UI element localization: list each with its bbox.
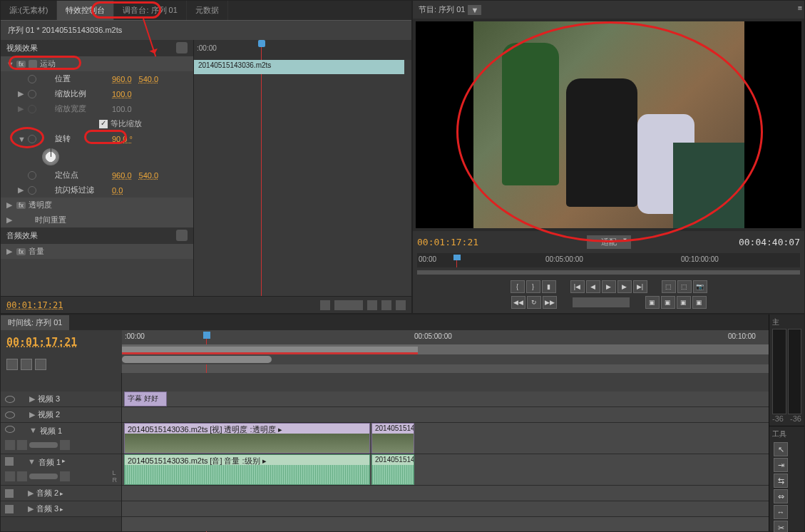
output-button[interactable]: ▣ xyxy=(677,296,691,309)
clip-subtitle[interactable]: 字幕 好好 xyxy=(124,392,167,406)
selection-tool[interactable]: ↖ xyxy=(774,442,788,456)
eye-icon[interactable] xyxy=(5,396,15,403)
zoom-fit-dropdown[interactable]: 适配 xyxy=(587,235,631,249)
effect-motion[interactable]: ▼ fx 运动 xyxy=(1,56,193,71)
speaker-icon[interactable] xyxy=(5,505,14,513)
rate-stretch-tool[interactable]: ↔ xyxy=(774,505,788,519)
keyframe-icon[interactable] xyxy=(5,440,15,450)
eye-icon[interactable] xyxy=(5,411,15,419)
lift-button[interactable]: ⬚ xyxy=(662,280,676,293)
effect-timecode[interactable]: 00:01:17:21 xyxy=(6,300,63,310)
keyframe-icon[interactable] xyxy=(5,471,15,481)
link-icon[interactable] xyxy=(35,359,46,370)
marker-icon[interactable] xyxy=(21,359,32,370)
lock-icon[interactable] xyxy=(16,457,25,466)
zoom-in-icon[interactable] xyxy=(367,300,377,310)
speaker-icon[interactable] xyxy=(5,457,14,466)
lock-icon[interactable] xyxy=(16,505,25,513)
loop-button[interactable]: ↻ xyxy=(527,296,541,309)
timeline-playhead[interactable] xyxy=(203,332,210,339)
mark-in-button[interactable]: { xyxy=(511,280,525,293)
twisty-icon[interactable]: ▶ xyxy=(28,504,34,513)
step-forward-button[interactable]: ▶ xyxy=(617,280,632,293)
step-back-button[interactable]: ◀ xyxy=(586,280,600,293)
snap-icon[interactable] xyxy=(6,359,18,370)
clip-audio-main[interactable]: 20140515143036.m2ts [音] 音量 :级别 ▸ xyxy=(124,454,370,485)
zoom-out-icon[interactable] xyxy=(320,300,330,310)
fx-badge-icon[interactable]: fx xyxy=(16,61,26,68)
eye-icon[interactable] xyxy=(5,426,15,433)
effect-timeline-playhead[interactable] xyxy=(258,40,265,47)
fx-badge-icon[interactable]: fx xyxy=(16,202,26,209)
trim-button[interactable]: ▣ xyxy=(645,296,660,309)
go-to-in-button[interactable]: |◀ xyxy=(570,280,585,293)
loop-icon[interactable] xyxy=(381,300,391,310)
lock-icon[interactable] xyxy=(18,426,26,434)
twisty-icon[interactable]: ▶ xyxy=(18,89,25,98)
stopwatch-icon[interactable] xyxy=(28,75,36,83)
program-scrollbar[interactable] xyxy=(417,270,800,275)
fx-badge-icon[interactable]: fx xyxy=(16,248,26,255)
twisty-icon[interactable]: ▶ xyxy=(6,200,14,210)
section-toggle-icon[interactable] xyxy=(176,42,188,53)
play-button[interactable]: ▶ xyxy=(602,280,616,293)
next-keyframe-icon[interactable] xyxy=(60,440,70,450)
tab-effect-controls[interactable]: 特效控制台 xyxy=(57,1,114,20)
next-edit-button[interactable]: ▶▶ xyxy=(543,296,557,309)
settings-button[interactable]: ▣ xyxy=(692,296,707,309)
extract-button[interactable]: ⬚ xyxy=(677,280,692,293)
speaker-icon[interactable] xyxy=(5,489,14,498)
twisty-icon[interactable]: ▼ xyxy=(6,60,14,68)
program-ruler[interactable]: 00:00 00:05:00:00 00:10:00:00 xyxy=(417,253,800,267)
twisty-icon[interactable]: ▶ xyxy=(29,394,35,404)
clip-video-2[interactable]: 20140515143036.m2ts xyxy=(371,423,414,454)
razor-tool[interactable]: ✂ xyxy=(774,521,788,532)
export-frame-button[interactable]: 📷 xyxy=(693,280,707,293)
mark-out-button[interactable]: } xyxy=(526,280,540,293)
mark-clip-button[interactable]: ▮ xyxy=(542,280,556,293)
uniform-scale-checkbox[interactable] xyxy=(99,120,108,128)
stopwatch-icon[interactable] xyxy=(28,186,36,195)
clip-audio-2[interactable]: 20140515143036.m2ts xyxy=(371,454,414,485)
position-x-value[interactable]: 960.0 xyxy=(112,75,132,83)
twisty-icon[interactable]: ▶ xyxy=(6,247,14,256)
track-header-video1[interactable]: ▼ 视频 1 xyxy=(1,423,121,454)
effect-volume[interactable]: ▶ fx 音量 xyxy=(1,244,193,259)
lock-icon[interactable] xyxy=(18,411,26,419)
program-viewer[interactable] xyxy=(416,21,801,228)
go-to-out-button[interactable]: ▶| xyxy=(633,280,647,293)
panel-menu-icon[interactable]: ≡ xyxy=(798,4,802,12)
tab-audio-mixer[interactable]: 调音台: 序列 01 xyxy=(114,1,186,20)
work-area-bar[interactable] xyxy=(122,347,418,352)
tab-source[interactable]: 源:(无素材) xyxy=(1,1,57,20)
track-select-tool[interactable]: ⇥ xyxy=(774,458,788,472)
opacity-slider[interactable] xyxy=(29,442,58,448)
clip-video-main[interactable]: 20140515143036.m2ts [视] 透明度 :透明度 ▸ xyxy=(124,423,370,454)
effect-mini-timeline[interactable]: :00:00 20140515143036.m2ts xyxy=(193,40,411,296)
next-keyframe-icon[interactable] xyxy=(60,471,70,481)
timeline-current-time[interactable]: 00:01:17:21 xyxy=(6,336,77,349)
zoom-scrollbar[interactable] xyxy=(122,356,272,363)
flicker-value[interactable]: 0.0 xyxy=(112,186,123,195)
stopwatch-icon[interactable] xyxy=(28,135,36,143)
timeline-ruler-area[interactable]: :00:00 00:05:00:00 00:10:00 xyxy=(122,330,769,373)
track-header-audio3[interactable]: ▶ 音频 3 ▸ xyxy=(1,501,121,517)
scale-value[interactable]: 100.0 xyxy=(112,90,132,98)
effect-time-remap[interactable]: ▶ 时间重置 xyxy=(1,213,193,227)
prev-keyframe-icon[interactable] xyxy=(17,440,27,450)
shuttle-slider[interactable] xyxy=(573,297,630,307)
program-playhead[interactable] xyxy=(453,255,461,260)
anchor-y-value[interactable]: 540.0 xyxy=(139,171,159,180)
effect-opacity[interactable]: ▶ fx 透明度 xyxy=(1,198,193,213)
tab-metadata[interactable]: 元数据 xyxy=(187,1,228,20)
program-current-time[interactable]: 00:01:17:21 xyxy=(417,237,478,247)
twisty-icon[interactable]: ▶ xyxy=(18,185,25,195)
timeline-tab[interactable]: 时间线: 序列 01 xyxy=(1,315,69,330)
safe-margins-button[interactable]: ▣ xyxy=(661,296,675,309)
volume-slider[interactable] xyxy=(29,474,58,479)
track-header-audio1[interactable]: ▼ 音频 1 ▸ LR xyxy=(1,454,121,486)
lock-icon[interactable] xyxy=(18,395,26,404)
timeline-track-content[interactable]: 字幕 好好 20140515143036.m2ts [视] 透明度 :透明度 ▸… xyxy=(122,373,769,531)
twisty-icon[interactable]: ▶ xyxy=(6,215,14,225)
ripple-edit-tool[interactable]: ⇆ xyxy=(774,474,788,488)
